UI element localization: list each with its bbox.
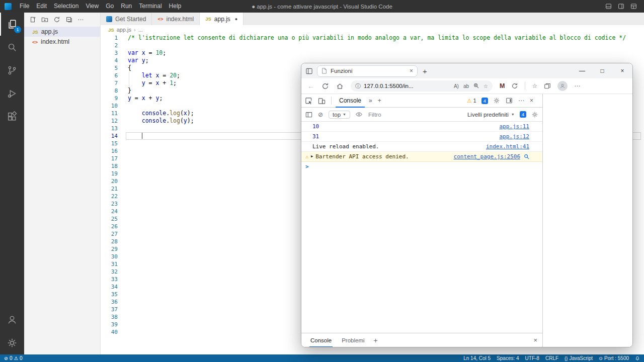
tab-get-started[interactable]: Get Started xyxy=(101,13,152,25)
tab-index-html[interactable]: <> index.html xyxy=(152,13,200,25)
menu-run[interactable]: Run xyxy=(117,0,135,13)
explorer-icon[interactable]: 1 xyxy=(0,13,24,36)
run-debug-icon[interactable] xyxy=(0,82,24,105)
source-link[interactable]: app.js:12 xyxy=(499,133,529,140)
browser-tab-funzioni[interactable]: Funzioni × xyxy=(317,65,418,77)
hidden-messages-badge[interactable]: 4 xyxy=(520,111,526,118)
add-drawer-tab-icon[interactable]: + xyxy=(374,336,378,344)
add-favorite-star-icon[interactable]: ☆ xyxy=(484,83,488,89)
source-link[interactable]: index.html:41 xyxy=(486,143,529,150)
search-similar-icon[interactable] xyxy=(524,154,529,159)
encoding[interactable]: UTF-8 xyxy=(525,355,539,361)
console-sidebar-icon[interactable] xyxy=(305,111,312,118)
refresh-explorer-icon[interactable] xyxy=(53,16,60,23)
source-link[interactable]: content_page.js:2506 xyxy=(454,153,520,160)
close-drawer-icon[interactable]: × xyxy=(533,336,537,344)
indentation[interactable]: Spaces: 4 xyxy=(497,355,519,361)
modified-dot-icon[interactable]: ● xyxy=(235,17,237,22)
collapse-folders-icon[interactable] xyxy=(65,16,72,23)
breadcrumb[interactable]: JS app.js › ... xyxy=(101,25,644,34)
add-devtools-tab-icon[interactable]: + xyxy=(378,97,381,104)
eol-sequence[interactable]: CRLF xyxy=(545,355,558,361)
collections-icon[interactable] xyxy=(544,82,551,89)
device-toolbar-icon[interactable] xyxy=(318,97,326,105)
menu-help[interactable]: Help xyxy=(166,0,185,13)
cursor-position[interactable]: Ln 14, Col 5 xyxy=(463,355,491,361)
messages-count-badge[interactable]: 4 xyxy=(481,98,488,104)
close-tab-icon[interactable]: × xyxy=(410,67,413,74)
menu-terminal[interactable]: Terminal xyxy=(135,0,165,13)
minimize-window-button[interactable]: — xyxy=(572,63,592,78)
tab-app-js[interactable]: JS app.js ● xyxy=(200,13,244,25)
drawer-tab-console[interactable]: Console xyxy=(306,333,336,347)
javascript-context-selector[interactable]: top ▼ xyxy=(329,111,350,119)
new-file-icon[interactable] xyxy=(29,16,36,23)
dock-side-icon[interactable] xyxy=(506,97,513,104)
back-button[interactable]: ← xyxy=(307,82,314,90)
console-filter-input[interactable] xyxy=(368,112,428,118)
code-line[interactable]: 2 xyxy=(101,42,644,49)
more-tabs-icon[interactable]: » xyxy=(369,97,372,104)
drawer-tab-problems[interactable]: Problemi xyxy=(338,333,368,347)
inspect-element-icon[interactable] xyxy=(305,97,312,105)
source-link[interactable]: app.js:11 xyxy=(499,123,529,130)
profile-avatar[interactable] xyxy=(557,81,568,91)
settings-gear-icon[interactable] xyxy=(0,331,24,354)
warnings-count-badge[interactable]: ⚠ 1 xyxy=(467,98,476,104)
devtools-settings-gear-icon[interactable] xyxy=(493,97,500,104)
breadcrumb-file[interactable]: app.js xyxy=(117,27,131,33)
refresh-button[interactable] xyxy=(321,82,329,90)
menu-edit[interactable]: Edit xyxy=(33,0,50,13)
log-levels-dropdown[interactable]: Livelli predefiniti ▼ xyxy=(467,112,515,118)
customize-layout-icon[interactable] xyxy=(630,3,637,10)
notifications-bell-icon[interactable] xyxy=(635,356,640,361)
read-aloud-icon[interactable]: A) xyxy=(454,83,459,89)
menu-selection[interactable]: Selection xyxy=(50,0,82,13)
live-expression-eye-icon[interactable] xyxy=(355,111,363,118)
close-window-button[interactable]: × xyxy=(612,63,632,78)
file-item-indexhtml[interactable]: <> index.html xyxy=(24,37,100,47)
language-mode[interactable]: {} JavaScript xyxy=(565,355,593,361)
search-icon[interactable] xyxy=(0,36,24,59)
console-output[interactable]: 10app.js:1131app.js:12Live reload enable… xyxy=(301,122,542,333)
menu-file[interactable]: File xyxy=(16,0,33,13)
maximize-window-button[interactable]: □ xyxy=(592,63,612,78)
address-bar[interactable]: ⓘ 127.0.0.1:5500/in... A) ab ☆ xyxy=(351,80,493,92)
code-line[interactable]: 1/* l'istruzione let consente di dichiar… xyxy=(101,34,644,42)
translate-icon[interactable]: ab xyxy=(463,83,469,89)
extension-m-icon[interactable]: M xyxy=(500,82,505,89)
favorites-icon[interactable]: ☆ xyxy=(532,82,537,89)
devtools-menu-icon[interactable]: ⋯ xyxy=(518,97,524,104)
close-devtools-icon[interactable]: × xyxy=(530,97,533,104)
new-folder-icon[interactable] xyxy=(41,16,48,23)
expand-arrow-icon[interactable]: ▶ xyxy=(311,153,313,160)
extensions-icon[interactable] xyxy=(0,105,24,128)
explorer-more-icon[interactable]: ⋯ xyxy=(77,16,84,23)
source-control-icon[interactable] xyxy=(0,59,24,82)
tab-actions-menu-icon[interactable] xyxy=(305,67,313,75)
live-server-port[interactable]: ⊙ Port : 5500 xyxy=(599,355,629,361)
clear-console-icon[interactable]: ⊘ xyxy=(318,111,323,118)
file-item-appjs[interactable]: JS app.js xyxy=(24,27,100,37)
sync-extension-icon[interactable] xyxy=(511,82,518,89)
text-cursor xyxy=(142,133,142,139)
new-tab-button[interactable]: + xyxy=(423,67,427,75)
devtools-tab-console[interactable]: Console xyxy=(336,94,365,108)
menu-view[interactable]: View xyxy=(82,0,102,13)
zoom-icon[interactable] xyxy=(473,83,479,89)
toggle-secondary-sidebar-icon[interactable] xyxy=(618,3,624,10)
url-text[interactable]: 127.0.0.1:5500/in... xyxy=(364,83,413,89)
problems-status[interactable]: ⊘ 0 ⚠ 0 xyxy=(4,355,23,361)
browser-menu-icon[interactable]: ⋯ xyxy=(574,82,580,89)
site-info-icon[interactable]: ⓘ xyxy=(355,82,361,90)
account-icon[interactable] xyxy=(0,308,24,331)
home-button[interactable] xyxy=(336,82,344,90)
page-content[interactable] xyxy=(543,94,632,347)
toggle-panel-icon[interactable] xyxy=(605,3,612,10)
console-prompt[interactable]: > xyxy=(301,162,542,171)
code-line[interactable]: 3var x = 10; xyxy=(101,49,644,57)
menu-go[interactable]: Go xyxy=(102,0,117,13)
console-settings-gear-icon[interactable] xyxy=(531,111,538,118)
breadcrumb-symbol[interactable]: ... xyxy=(138,27,143,33)
line-number: 23 xyxy=(101,200,118,208)
